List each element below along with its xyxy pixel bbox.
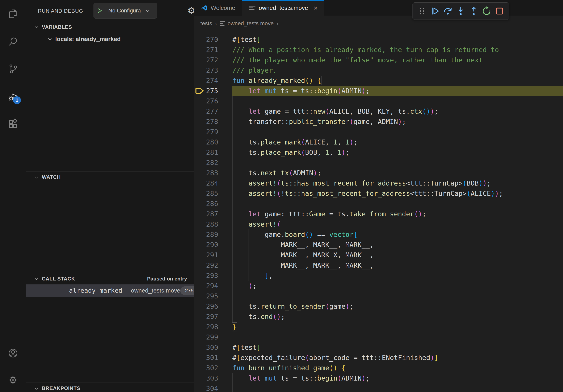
watch-section-header[interactable]: WATCH: [26, 171, 194, 183]
line-number-gutter[interactable]: 304: [194, 383, 232, 392]
call-stack-frame-row[interactable]: already_marked owned_tests.move 275: [26, 284, 194, 297]
code-line[interactable]: 277 let game = ttt::new(ALICE, BOB, KEY,…: [194, 106, 563, 117]
code-line[interactable]: 278 transfer::public_transfer(game, ADMI…: [194, 117, 563, 127]
code-line[interactable]: 303 let mut ts = ts::begin(ADMIN);: [194, 373, 563, 383]
source-control-icon[interactable]: [8, 63, 19, 74]
line-number-gutter[interactable]: 277: [194, 106, 232, 117]
code-line[interactable]: 295: [194, 291, 563, 301]
code-text[interactable]: /// the player who made the "false" move…: [232, 55, 563, 65]
code-line[interactable]: 282: [194, 157, 563, 168]
code-text[interactable]: #[test]: [232, 34, 563, 45]
code-line[interactable]: 275 let mut ts = ts::begin(ADMIN);: [194, 86, 563, 96]
line-number-gutter[interactable]: 280: [194, 137, 232, 147]
code-text[interactable]: #[expected_failure(abort_code = ttt::ENo…: [232, 353, 563, 363]
stop-button[interactable]: [495, 6, 505, 16]
code-line[interactable]: 274fun already_marked() {: [194, 75, 563, 86]
line-number-gutter[interactable]: 299: [194, 332, 232, 342]
code-text[interactable]: );: [232, 281, 563, 291]
code-text[interactable]: transfer::public_transfer(game, ADMIN);: [232, 117, 563, 127]
line-number-gutter[interactable]: 270: [194, 34, 232, 45]
code-text[interactable]: ts.place_mark(ALICE, 1, 1);: [232, 137, 563, 147]
variables-section-header[interactable]: VARIABLES: [26, 21, 194, 33]
code-text[interactable]: [232, 332, 563, 342]
code-line[interactable]: 271/// When a position is already marked…: [194, 45, 563, 55]
line-number-gutter[interactable]: 286: [194, 198, 232, 209]
code-text[interactable]: [232, 383, 563, 392]
line-number-gutter[interactable]: 303: [194, 373, 232, 383]
line-number-gutter[interactable]: 297: [194, 312, 232, 322]
explorer-icon[interactable]: [8, 8, 19, 19]
code-text[interactable]: let mut ts = ts::begin(ADMIN);: [232, 373, 563, 383]
breadcrumb-item-file[interactable]: owned_tests.move: [228, 20, 274, 27]
code-line[interactable]: 298}: [194, 322, 563, 332]
code-text[interactable]: [232, 157, 563, 168]
code-text[interactable]: ts.place_mark(BOB, 1, 1);: [232, 147, 563, 157]
line-number-gutter[interactable]: 272: [194, 55, 232, 65]
code-text[interactable]: assert!(: [232, 219, 563, 229]
run-and-debug-icon[interactable]: 1: [8, 91, 19, 102]
line-number-gutter[interactable]: 296: [194, 301, 232, 312]
code-line[interactable]: 286: [194, 198, 563, 209]
code-text[interactable]: MARK__, MARK__, MARK__,: [232, 260, 563, 270]
line-number-gutter[interactable]: 302: [194, 363, 232, 373]
code-text[interactable]: #[test]: [232, 342, 563, 353]
line-number-gutter[interactable]: 298: [194, 322, 232, 332]
code-text[interactable]: [232, 291, 563, 301]
code-text[interactable]: ts.return_to_sender(game);: [232, 301, 563, 312]
code-text[interactable]: ],: [232, 270, 563, 281]
code-text[interactable]: /// When a position is already marked, t…: [232, 45, 563, 55]
debug-start-icon[interactable]: [94, 3, 105, 18]
line-number-gutter[interactable]: 271: [194, 45, 232, 55]
step-over-button[interactable]: [443, 6, 453, 16]
code-line[interactable]: 293 ],: [194, 270, 563, 281]
code-line[interactable]: 279: [194, 127, 563, 137]
code-text[interactable]: ts.next_tx(ADMIN);: [232, 168, 563, 178]
line-number-gutter[interactable]: 279: [194, 127, 232, 137]
line-number-gutter[interactable]: 295: [194, 291, 232, 301]
call-stack-section-header[interactable]: CALL STACK Paused on entry: [26, 273, 194, 284]
step-out-button[interactable]: [469, 6, 479, 16]
code-text[interactable]: [232, 127, 563, 137]
code-line[interactable]: 302fun burn_unfinished_game() {: [194, 363, 563, 373]
code-line[interactable]: 285 assert!(!ts::has_most_recent_for_add…: [194, 188, 563, 198]
line-number-gutter[interactable]: 284: [194, 178, 232, 188]
code-line[interactable]: 300#[test]: [194, 342, 563, 353]
line-number-gutter[interactable]: 282: [194, 157, 232, 168]
code-line[interactable]: 288 assert!(: [194, 219, 563, 229]
line-number-gutter[interactable]: 291: [194, 250, 232, 260]
breakpoints-section-header[interactable]: BREAKPOINTS: [26, 382, 194, 392]
restart-button[interactable]: [482, 6, 492, 16]
code-line[interactable]: 281 ts.place_mark(BOB, 1, 1);: [194, 147, 563, 157]
code-text[interactable]: [232, 96, 563, 106]
code-text[interactable]: let game: ttt::Game = ts.take_from_sende…: [232, 209, 563, 219]
line-number-gutter[interactable]: 281: [194, 147, 232, 157]
code-text[interactable]: assert!(!ts::has_most_recent_for_address…: [232, 188, 563, 198]
code-line[interactable]: 280 ts.place_mark(ALICE, 1, 1);: [194, 137, 563, 147]
line-number-gutter[interactable]: 288: [194, 219, 232, 229]
drag-handle-icon[interactable]: [417, 6, 427, 16]
code-line[interactable]: 283 ts.next_tx(ADMIN);: [194, 168, 563, 178]
debug-config-dropdown[interactable]: No Configura: [93, 3, 157, 19]
code-text[interactable]: fun already_marked() {: [232, 75, 563, 86]
continue-button[interactable]: [430, 6, 440, 16]
tab-welcome[interactable]: Welcome: [194, 0, 242, 16]
line-number-gutter[interactable]: 273: [194, 65, 232, 75]
line-number-gutter[interactable]: 275: [194, 86, 232, 96]
close-icon[interactable]: ×: [314, 5, 318, 11]
search-icon[interactable]: [8, 36, 19, 47]
variables-scope-row[interactable]: locals: already_marked: [26, 34, 194, 45]
code-text[interactable]: }: [232, 322, 563, 332]
extensions-icon[interactable]: [8, 118, 19, 130]
line-number-gutter[interactable]: 276: [194, 96, 232, 106]
code-text[interactable]: MARK__, MARK_X, MARK__,: [232, 250, 563, 260]
breadcrumb-item-tests[interactable]: tests: [200, 20, 212, 27]
code-line[interactable]: 289 game.board() == vector[: [194, 229, 563, 240]
code-text[interactable]: fun burn_unfinished_game() {: [232, 363, 563, 373]
line-number-gutter[interactable]: 290: [194, 240, 232, 250]
code-line[interactable]: 297 ts.end();: [194, 312, 563, 322]
code-text[interactable]: MARK__, MARK__, MARK__,: [232, 240, 563, 250]
line-number-gutter[interactable]: 301: [194, 353, 232, 363]
accounts-icon[interactable]: [8, 348, 19, 359]
line-number-gutter[interactable]: 283: [194, 168, 232, 178]
code-text[interactable]: let mut ts = ts::begin(ADMIN);: [232, 86, 563, 96]
